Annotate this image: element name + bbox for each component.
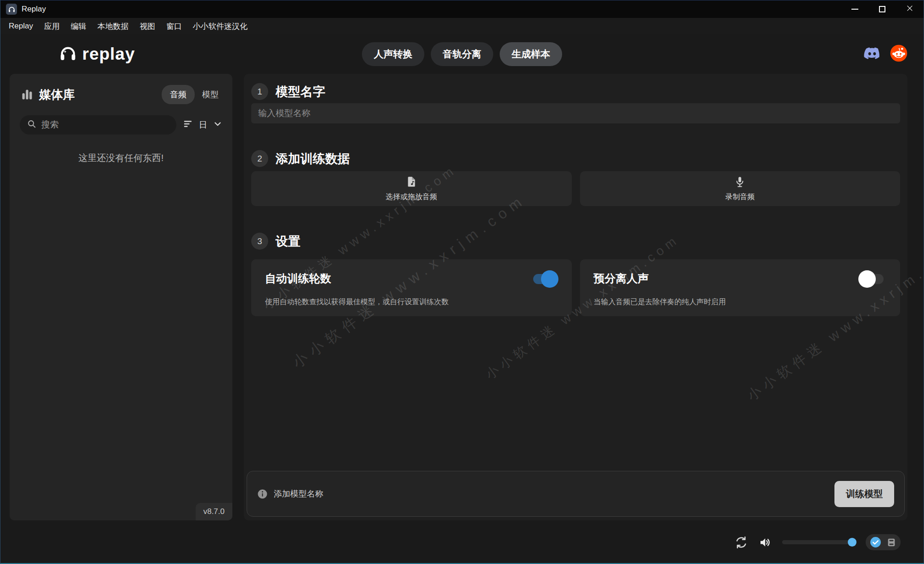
training-data-buttons: 选择或拖放音频 录制音频 [251, 171, 900, 206]
auto-epochs-card: 自动训练轮数 使用自动轮数查找以获得最佳模型，或自行设置训练次数 [251, 259, 572, 316]
section-settings: 3 设置 [251, 233, 300, 250]
reddit-icon[interactable] [890, 44, 908, 64]
action-bar-hint: 添加模型名称 [274, 488, 323, 499]
mode-tabs: 人声转换 音轨分离 生成样本 [362, 42, 562, 66]
player-controls [734, 534, 901, 550]
toggle-knob [858, 270, 876, 288]
select-audio-label: 选择或拖放音频 [386, 192, 437, 202]
menu-view[interactable]: 视图 [134, 21, 161, 32]
pre-separate-vocals-title: 预分离人声 [594, 272, 649, 285]
record-audio-label: 录制音频 [725, 192, 755, 202]
app-headphones-icon [6, 4, 17, 15]
tab-generate-sample[interactable]: 生成样本 [500, 42, 562, 66]
model-name-input[interactable] [258, 108, 893, 118]
step-1-badge: 1 [251, 83, 268, 100]
pre-separate-vocals-description: 当输入音频已是去除伴奏的纯人声时启用 [594, 297, 726, 307]
app-window: Replay Replay 应用 编辑 本地数据 视图 窗口 小小软件迷汉化 r… [0, 0, 924, 564]
step-3-badge: 3 [251, 233, 268, 250]
microphone-icon [734, 176, 746, 189]
section-1-title: 模型名字 [276, 84, 325, 100]
version-badge: v8.7.0 [196, 503, 232, 520]
logo-text: replay [82, 45, 135, 64]
search-row: 日 [20, 115, 225, 134]
window-title: Replay [22, 5, 46, 14]
model-name-field [251, 103, 900, 123]
tab-stem-separation[interactable]: 音轨分离 [431, 42, 493, 66]
library-bars-icon [21, 88, 34, 101]
library-filter: 音频 模型 [162, 85, 223, 104]
menu-window[interactable]: 窗口 [161, 21, 187, 32]
menu-edit[interactable]: 编辑 [65, 21, 92, 32]
menu-localization[interactable]: 小小软件迷汉化 [187, 21, 253, 32]
pre-separate-vocals-card: 预分离人声 当输入音频已是去除伴奏的纯人声时启用 [580, 259, 901, 316]
close-button[interactable] [896, 0, 924, 18]
auto-epochs-toggle[interactable] [533, 274, 555, 284]
check-circle-icon[interactable] [870, 536, 881, 548]
close-icon [906, 5, 913, 14]
volume-slider-knob[interactable] [848, 538, 856, 547]
media-library-header: 媒体库 音频 模型 [10, 74, 232, 104]
menu-bar: Replay 应用 编辑 本地数据 视图 窗口 小小软件迷汉化 [0, 18, 924, 34]
section-2-title: 添加训练数据 [276, 151, 350, 167]
filter-models[interactable]: 模型 [197, 85, 223, 104]
auto-epochs-description: 使用自动轮数查找以获得最佳模型，或自行设置训练次数 [265, 297, 449, 307]
filter-audio[interactable]: 音频 [162, 85, 195, 104]
audio-file-icon [406, 176, 417, 189]
minimize-icon [851, 9, 858, 10]
device-calendar-icon[interactable] [886, 537, 896, 547]
search-icon [27, 119, 37, 131]
auto-epochs-title: 自动训练轮数 [265, 272, 331, 285]
media-library-title: 媒体库 [39, 87, 75, 103]
toggle-knob [541, 270, 558, 288]
header: replay 人声转换 音轨分离 生成样本 [0, 34, 924, 74]
select-audio-button[interactable]: 选择或拖放音频 [251, 171, 572, 206]
sort-control[interactable]: 日 [181, 118, 225, 131]
window-controls [841, 0, 924, 18]
volume-slider[interactable] [782, 540, 856, 544]
library-empty-text: 这里还没有任何东西! [10, 152, 232, 164]
minimize-button[interactable] [841, 0, 868, 18]
chevron-down-icon [212, 118, 223, 131]
info-icon [257, 489, 268, 499]
search-input[interactable] [41, 120, 169, 130]
social-links [863, 44, 908, 64]
settings-cards: 自动训练轮数 使用自动轮数查找以获得最佳模型，或自行设置训练次数 预分离人声 当… [251, 259, 900, 316]
titlebar: Replay [0, 0, 924, 18]
menu-local-data[interactable]: 本地数据 [92, 21, 134, 32]
tab-voice-conversion[interactable]: 人声转换 [362, 42, 424, 66]
menu-app[interactable]: 应用 [39, 21, 65, 32]
logo: replay [58, 44, 135, 65]
sort-lines-icon [183, 118, 194, 131]
sort-label: 日 [199, 119, 207, 130]
loop-icon[interactable] [734, 536, 748, 549]
train-model-button[interactable]: 训练模型 [834, 481, 894, 507]
record-audio-button[interactable]: 录制音频 [580, 171, 901, 206]
output-mode-pill [866, 534, 901, 550]
player-bar [0, 519, 924, 563]
section-model-name: 1 模型名字 [251, 83, 325, 100]
logo-headphones-icon [58, 44, 78, 65]
menu-replay[interactable]: Replay [3, 22, 39, 31]
maximize-button[interactable] [868, 0, 896, 18]
pre-separate-vocals-toggle[interactable] [862, 274, 884, 284]
search-box[interactable] [20, 115, 176, 134]
generate-sample-panel: 1 模型名字 2 添加训练数据 选择或拖放音频 录制音频 [244, 74, 907, 520]
step-2-badge: 2 [251, 150, 268, 167]
volume-icon[interactable] [758, 536, 772, 549]
maximize-icon [879, 6, 885, 12]
section-3-title: 设置 [276, 233, 300, 250]
train-action-bar: 添加模型名称 训练模型 [247, 471, 905, 517]
media-library-panel: 媒体库 音频 模型 日 这里还没有任何 [10, 74, 232, 520]
discord-icon[interactable] [863, 44, 881, 64]
section-training-data: 2 添加训练数据 [251, 150, 350, 167]
